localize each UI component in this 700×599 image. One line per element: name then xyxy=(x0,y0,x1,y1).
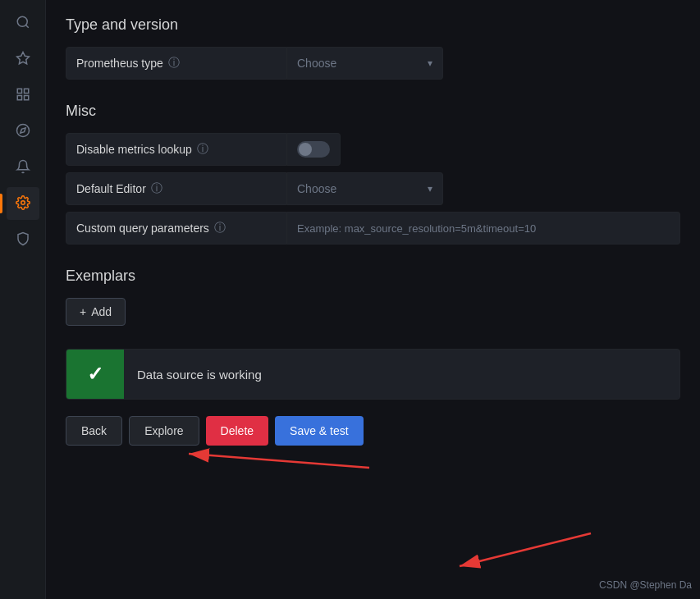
sidebar-item-starred[interactable] xyxy=(7,43,39,75)
type-version-title: Type and version xyxy=(66,16,680,34)
add-icon: + xyxy=(80,305,86,318)
svg-marker-2 xyxy=(16,52,29,63)
prometheus-type-select-value: Choose xyxy=(297,57,336,70)
add-button-label: Add xyxy=(91,305,112,318)
gear-icon xyxy=(16,195,30,213)
svg-line-1 xyxy=(25,25,28,27)
disable-metrics-label: Disable metrics lookup ⓘ xyxy=(66,133,287,166)
custom-query-label-text: Custom query parameters xyxy=(76,222,209,235)
sidebar xyxy=(0,0,46,599)
sidebar-item-shield[interactable] xyxy=(7,223,39,256)
misc-section: Misc Disable metrics lookup ⓘ Default Ed… xyxy=(66,103,680,245)
exemplars-title: Exemplars xyxy=(66,267,680,285)
prometheus-type-label-text: Prometheus type xyxy=(76,57,163,70)
svg-point-9 xyxy=(21,200,25,204)
default-editor-info-icon[interactable]: ⓘ xyxy=(151,181,162,196)
misc-title: Misc xyxy=(66,103,680,120)
main-content: Type and version Prometheus type ⓘ Choos… xyxy=(46,0,700,599)
prometheus-type-info-icon[interactable]: ⓘ xyxy=(168,56,180,71)
prometheus-type-label: Prometheus type ⓘ xyxy=(66,47,287,80)
search-icon xyxy=(16,15,30,32)
watermark: CSDN @Stephen Da xyxy=(599,579,692,591)
disable-metrics-row: Disable metrics lookup ⓘ xyxy=(66,133,680,166)
sidebar-item-dashboards[interactable] xyxy=(7,79,39,112)
disable-metrics-info-icon[interactable]: ⓘ xyxy=(197,142,208,157)
prometheus-type-select[interactable]: Choose ▾ xyxy=(287,47,443,80)
custom-query-row: Custom query parameters ⓘ xyxy=(66,212,680,245)
svg-point-7 xyxy=(16,124,29,136)
star-icon xyxy=(16,51,30,68)
svg-rect-6 xyxy=(17,95,21,99)
disable-metrics-label-text: Disable metrics lookup xyxy=(76,143,192,156)
bell-icon xyxy=(16,159,30,176)
sidebar-item-search[interactable] xyxy=(7,7,39,39)
sidebar-item-alerting[interactable] xyxy=(7,151,39,184)
sidebar-item-explore[interactable] xyxy=(7,115,39,148)
save-test-button[interactable]: Save & test xyxy=(275,416,364,446)
svg-rect-3 xyxy=(17,89,21,93)
shield-icon xyxy=(16,231,30,249)
status-bar: ✓ Data source is working xyxy=(66,349,680,400)
disable-metrics-toggle-container xyxy=(287,133,341,166)
default-editor-label-text: Default Editor xyxy=(76,182,146,195)
back-button[interactable]: Back xyxy=(66,416,122,446)
prometheus-type-row: Prometheus type ⓘ Choose ▾ xyxy=(66,47,680,80)
svg-marker-8 xyxy=(20,127,25,132)
dashboards-icon xyxy=(16,87,30,104)
chevron-down-icon-2: ▾ xyxy=(428,183,432,194)
default-editor-select-value: Choose xyxy=(297,182,336,195)
svg-point-0 xyxy=(17,16,27,26)
type-version-section: Type and version Prometheus type ⓘ Choos… xyxy=(66,16,680,80)
explore-button[interactable]: Explore xyxy=(129,416,199,446)
bottom-buttons: Back Explore Delete Save & test xyxy=(66,416,680,446)
status-message: Data source is working xyxy=(124,368,275,382)
custom-query-label: Custom query parameters ⓘ xyxy=(66,212,287,245)
exemplars-section: Exemplars + Add xyxy=(66,267,680,326)
sidebar-item-settings[interactable] xyxy=(7,187,39,220)
status-icon-box: ✓ xyxy=(66,350,124,399)
default-editor-row: Default Editor ⓘ Choose ▾ xyxy=(66,172,680,205)
delete-button[interactable]: Delete xyxy=(206,416,268,446)
check-icon: ✓ xyxy=(87,363,103,386)
compass-icon xyxy=(16,123,30,140)
default-editor-label: Default Editor ⓘ xyxy=(66,172,287,205)
custom-query-info-icon[interactable]: ⓘ xyxy=(214,221,226,235)
disable-metrics-toggle[interactable] xyxy=(297,141,330,158)
chevron-down-icon: ▾ xyxy=(428,57,432,69)
default-editor-select[interactable]: Choose ▾ xyxy=(287,172,443,205)
svg-rect-5 xyxy=(24,95,28,99)
custom-query-input[interactable] xyxy=(287,212,680,245)
svg-rect-4 xyxy=(24,89,28,93)
add-exemplar-button[interactable]: + Add xyxy=(66,298,126,326)
